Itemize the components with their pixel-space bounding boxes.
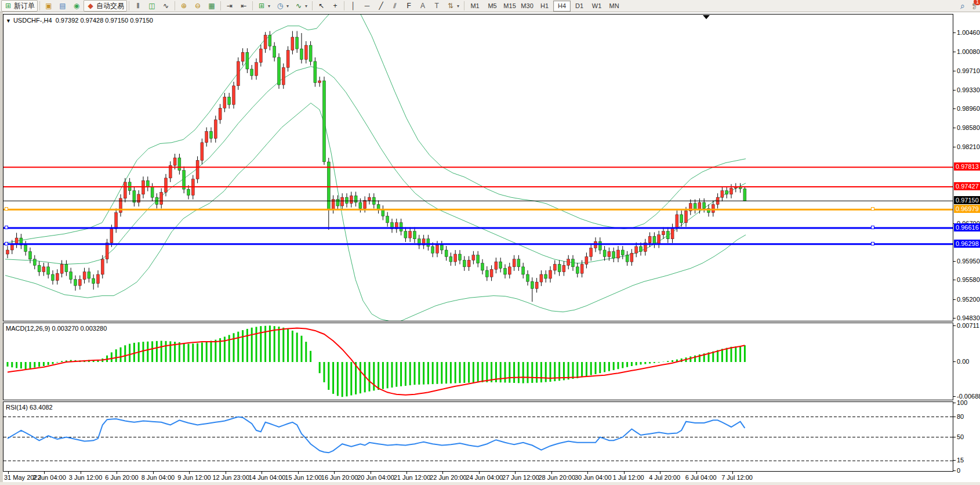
- candle-body: [233, 86, 235, 104]
- auto-scroll-icon[interactable]: ⇥: [223, 0, 237, 12]
- blue-support-line-1-handle[interactable]: [871, 226, 874, 229]
- new-order-button[interactable]: ⊞新订单: [1, 0, 38, 12]
- market-watch-icon[interactable]: ◉: [70, 0, 84, 12]
- macd-tick-label: 0.00711: [957, 322, 979, 329]
- candle-body: [291, 37, 294, 50]
- candle-body: [513, 259, 516, 267]
- time-label: 27 Jun 12:00: [502, 474, 539, 481]
- candle-body: [630, 253, 633, 262]
- candle-body: [648, 236, 651, 242]
- candlestick-chart-icon[interactable]: ◫: [145, 0, 159, 12]
- new-chart-button[interactable]: ⊞▾: [255, 0, 273, 12]
- auto-scroll-icon-icon: ⇥: [226, 2, 234, 9]
- orange-support-line-handle[interactable]: [871, 207, 874, 211]
- blue-support-line-2-handle[interactable]: [5, 242, 8, 245]
- time-label: 16 Jun 20:00: [321, 474, 358, 481]
- price-tick-label: 0.95580: [957, 276, 980, 283]
- candle-body: [97, 274, 100, 284]
- timeframe-m15[interactable]: M15: [501, 1, 518, 12]
- timeframe-h4[interactable]: H4: [553, 1, 571, 12]
- candle-body: [440, 245, 443, 250]
- fibonacci-icon[interactable]: F: [402, 0, 416, 12]
- zoom-in-icon[interactable]: ⊕: [177, 0, 191, 12]
- blue-support-line-1-handle[interactable]: [5, 226, 8, 229]
- chart-shift-marker[interactable]: [703, 15, 710, 19]
- quotes-icon[interactable]: ▣: [42, 0, 56, 12]
- timeframe-h1[interactable]: H1: [536, 1, 553, 12]
- zoom-out-icon[interactable]: ⊖: [191, 0, 205, 12]
- indicators-button[interactable]: ∿▾: [292, 0, 310, 12]
- price-axis[interactable]: 1.004601.000800.997100.993300.989600.985…: [953, 12, 980, 482]
- vertical-line-icon-icon: │: [349, 2, 357, 9]
- candle-body: [730, 188, 733, 194]
- crosshair-icon[interactable]: +: [328, 0, 342, 12]
- candle-body: [445, 250, 448, 256]
- main-chart-panel[interactable]: [3, 14, 953, 321]
- axis-tick: [953, 147, 956, 147]
- metatrader-window: ⊞新订单▣▤◉◆自动交易⫴◫∿⊕⊖▦⇥⇤⊞▾◷▾∿▾↖+│─╱⫽FAT⇅▾M1M…: [0, 0, 980, 485]
- profiles-button[interactable]: ◷▾: [273, 0, 292, 12]
- time-label: 22 Jun 20:00: [430, 474, 467, 481]
- candle-body: [517, 259, 520, 267]
- price-tick-label: 0.98960: [957, 105, 980, 112]
- cursor-icon[interactable]: ↖: [314, 0, 328, 12]
- time-label: 12 Jun 23:00: [212, 474, 249, 481]
- notifications-button[interactable]: ❡ 1: [971, 1, 978, 11]
- arrows-icon[interactable]: ⇅▾: [444, 0, 462, 12]
- crosshair-icon-icon: +: [331, 2, 339, 9]
- axis-tick: [953, 71, 956, 71]
- time-axis[interactable]: 31 May 20222 Jun 04:003 Jun 12:006 Jun 2…: [3, 472, 953, 482]
- orange-support-line-handle[interactable]: [5, 207, 8, 211]
- bar-chart-icon[interactable]: ⫴: [131, 0, 145, 12]
- price-tick-label: 0.98210: [957, 143, 980, 150]
- timeframe-w1[interactable]: W1: [588, 1, 605, 12]
- indicators-icon: ∿: [295, 2, 303, 9]
- candle-body: [165, 178, 168, 193]
- fibonacci-icon-icon: F: [405, 2, 413, 9]
- timeframe-d1[interactable]: D1: [571, 1, 588, 12]
- toolbar-separator: [344, 1, 344, 10]
- axis-tick: [953, 470, 956, 471]
- horizontal-line-icon[interactable]: ─: [360, 0, 374, 12]
- rsi-indicator-panel[interactable]: [3, 401, 953, 472]
- timeframe-m30[interactable]: M30: [518, 1, 536, 12]
- chart-shift-icon[interactable]: ⇤: [237, 0, 251, 12]
- candle-body: [273, 46, 276, 57]
- timeframe-m5[interactable]: M5: [484, 1, 501, 12]
- candle-body: [346, 197, 349, 204]
- window-edge-bottom: [0, 482, 980, 485]
- auto-trading-button[interactable]: ◆自动交易: [84, 0, 127, 12]
- candle-body: [42, 267, 45, 272]
- market-watch-icon-icon: ◉: [72, 2, 81, 9]
- tile-windows-icon[interactable]: ▦: [205, 0, 219, 12]
- vertical-line-icon[interactable]: │: [346, 0, 360, 12]
- axis-tick: [953, 128, 956, 128]
- chevron-down-icon[interactable]: ▼: [6, 18, 11, 24]
- line-chart-icon[interactable]: ∿: [159, 0, 173, 12]
- candle-body: [110, 229, 113, 243]
- candle-body: [485, 270, 488, 277]
- text-icon[interactable]: A: [416, 0, 430, 12]
- candle-body: [499, 262, 502, 268]
- rsi-tick-label: 100: [957, 399, 967, 406]
- text-icon-icon: A: [419, 2, 427, 9]
- terminal-icon[interactable]: ▤: [56, 0, 70, 12]
- timeframe-m1[interactable]: M1: [466, 1, 484, 12]
- candle-body: [196, 160, 199, 179]
- blue-support-line-2-handle[interactable]: [871, 242, 874, 245]
- candle-body: [88, 272, 90, 278]
- timeframe-mn[interactable]: MN: [605, 1, 623, 12]
- macd-indicator-panel[interactable]: [3, 323, 953, 400]
- candle-body: [78, 280, 81, 286]
- equidistant-channel-icon[interactable]: ⫽: [388, 0, 402, 12]
- search-icon[interactable]: ⌕: [959, 2, 967, 9]
- trendline-icon[interactable]: ╱: [374, 0, 388, 12]
- candle-body: [228, 97, 231, 104]
- zoom-in-icon-icon: ⊕: [180, 2, 188, 9]
- text-label-icon[interactable]: T: [430, 0, 444, 12]
- candle-body: [409, 231, 412, 238]
- macd-label: MACD(12,26,9) 0.003270 0.003280: [6, 325, 107, 332]
- rsi-label: RSI(14) 63.4082: [6, 404, 53, 411]
- toolbar-separator: [129, 1, 129, 10]
- candle-body: [545, 274, 547, 278]
